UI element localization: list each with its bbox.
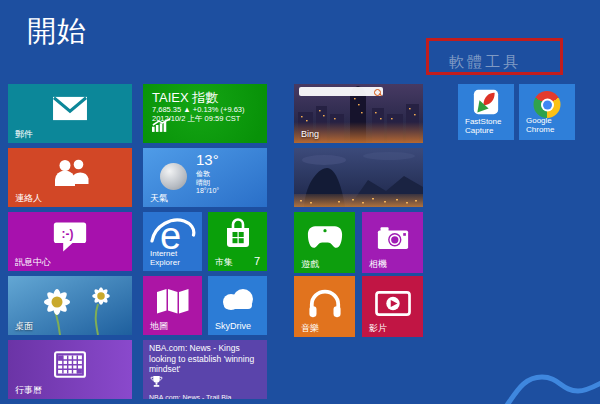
tile-label: SkyDrive: [215, 321, 251, 331]
tile-internet-explorer[interactable]: e Internet Explorer: [143, 212, 202, 271]
tile-sports[interactable]: NBA.com: News - Kings looking to establi…: [143, 340, 267, 399]
tile-games[interactable]: 遊戲: [294, 212, 355, 273]
smiley-text: :-): [62, 227, 74, 241]
tile-label: 行事曆: [15, 385, 42, 395]
tile-label: Internet Explorer: [150, 249, 200, 267]
page-title: 開始: [27, 12, 87, 52]
calendar-icon: [54, 351, 86, 382]
photos-rio-night-photo: [294, 148, 423, 207]
tile-label: 影片: [369, 323, 387, 333]
tile-music[interactable]: 音樂: [294, 276, 355, 337]
tile-label: FastStone Capture: [465, 117, 514, 135]
store-update-count-badge: 7: [254, 255, 260, 267]
tile-calendar[interactable]: 行事曆: [8, 340, 132, 399]
group-header-software-tools: 軟體工具: [449, 53, 521, 72]
tile-label: 天氣: [150, 193, 168, 203]
tile-google-chrome[interactable]: Google Chrome: [519, 84, 575, 140]
tile-faststone-capture[interactable]: FastStone Capture: [458, 84, 514, 140]
tile-label: 市集: [215, 257, 233, 267]
people-icon: [51, 159, 89, 190]
sports-headline: NBA.com: News - Kings looking to establi…: [149, 343, 262, 375]
tile-people[interactable]: 連絡人: [8, 148, 132, 207]
tile-maps[interactable]: 地圖: [143, 276, 202, 335]
tile-label: 連絡人: [15, 193, 42, 203]
faststone-capture-icon: [473, 89, 499, 119]
chrome-icon-core: [543, 100, 552, 109]
bing-search-bar[interactable]: [299, 87, 383, 96]
tile-desktop[interactable]: 桌面: [8, 276, 132, 335]
stock-chart-icon: [152, 118, 171, 136]
maps-folded-map-icon: [156, 288, 190, 320]
tile-mail[interactable]: 郵件: [8, 84, 132, 143]
stock-quote: 7,685.35 ▲ +0.13% (+9.63): [152, 105, 245, 114]
tile-skydrive[interactable]: SkyDrive: [208, 276, 267, 335]
start-screen: 開始 軟體工具 郵件 TAIEX 指數 7,685.35 ▲ +0.13% (+…: [0, 0, 600, 404]
sports-next-headline: NBA.com: News - Trail Bla...: [149, 394, 237, 399]
moon-icon: [160, 163, 187, 190]
camera-icon: [377, 226, 409, 254]
tile-weather[interactable]: 13° 倫敦 晴朗 18°/10° 天氣: [143, 148, 267, 207]
tile-camera[interactable]: 相機: [362, 212, 423, 273]
trophy-icon: [150, 374, 163, 392]
tile-label: 相機: [369, 259, 387, 269]
mail-envelope-icon: [52, 96, 88, 125]
tile-video[interactable]: 影片: [362, 276, 423, 337]
search-icon: [374, 89, 381, 96]
cloud-icon: [218, 287, 258, 317]
xbox-controller-icon: [307, 225, 343, 253]
store-bag-icon: [223, 217, 253, 253]
tile-label: 訊息中心: [15, 257, 51, 267]
speech-bubble-icon: :-): [53, 221, 87, 257]
tile-bing[interactable]: Bing: [294, 84, 423, 143]
tile-messaging[interactable]: :-) 訊息中心: [8, 212, 132, 271]
tile-store[interactable]: 市集 7: [208, 212, 267, 271]
tile-finance-taiex[interactable]: TAIEX 指數 7,685.35 ▲ +0.13% (+9.63) 2012/…: [143, 84, 267, 143]
video-player-icon: [375, 291, 411, 320]
tile-label: 遊戲: [301, 259, 319, 269]
tile-label: Google Chrome: [526, 116, 575, 134]
tile-label: Bing: [301, 129, 319, 139]
headphones-icon: [308, 287, 342, 322]
tile-label: 桌面: [15, 321, 33, 331]
google-chrome-icon: [534, 91, 561, 118]
tile-photos[interactable]: [294, 148, 423, 207]
tile-label: 音樂: [301, 323, 319, 333]
weather-temperature: 13°: [196, 151, 219, 168]
tile-label: 郵件: [15, 129, 33, 139]
weather-high-low: 18°/10°: [196, 187, 219, 194]
tile-label: 地圖: [150, 321, 168, 331]
